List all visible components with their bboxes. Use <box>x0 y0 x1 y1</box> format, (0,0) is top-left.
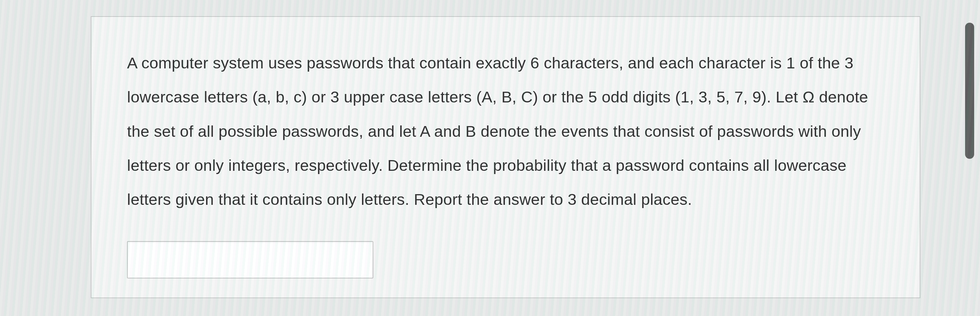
answer-input[interactable] <box>127 241 373 278</box>
question-box: A computer system uses passwords that co… <box>91 16 920 298</box>
scrollbar-thumb[interactable] <box>965 23 974 159</box>
question-text: A computer system uses passwords that co… <box>127 46 884 217</box>
